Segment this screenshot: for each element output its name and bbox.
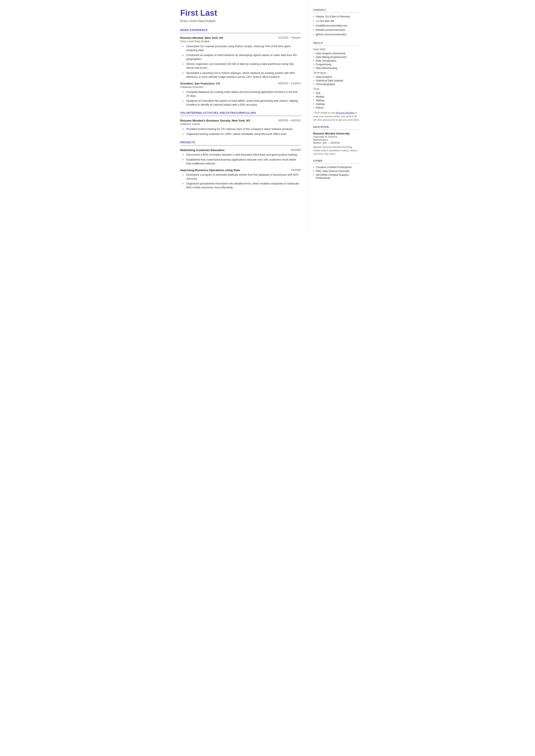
project-2-bullet-1: Developed a program to eliminate duplica… — [183, 173, 301, 181]
tool-minitab: Minitab — [313, 95, 360, 98]
project-2-bullet-2: Organized spreadsheet information into d… — [183, 182, 301, 189]
contact-list: Atlanta, GA (Open to Remote) +1-234-456-… — [313, 15, 360, 37]
tool-python: Python — [313, 106, 360, 109]
education-section: EDUCATION Resume Worded University Assoc… — [313, 126, 360, 155]
job-1-bullet-4: Developed a reporting tool in Python (Dj… — [183, 71, 301, 79]
edu-location-date: Boston, MA — 05/2010 — [313, 141, 360, 144]
job-1-bullet-2: Conducted an analysis of client behavior… — [183, 53, 301, 61]
volunteer-1-role: Software Trainer — [180, 123, 301, 126]
job-2-header: Growthsi, San Francisco, CA 06/2010 – 12… — [180, 82, 301, 85]
job-title: Entry Level Data Analyst — [180, 19, 301, 23]
project-1: Rethinking Customer Education 05/2009 Di… — [180, 149, 301, 165]
volunteer-1-company: Resume Worded's Business Society, New Yo… — [180, 119, 251, 122]
skill-data-visualization: Data Visualization — [313, 59, 360, 62]
resume-page: First Last Entry Level Data Analyst WORK… — [171, 0, 365, 237]
edu-awards: Awards: Resume Worded Teaching Fellow (o… — [313, 145, 360, 155]
project-1-bullet-1: Discovered a 90% correlation between a w… — [183, 153, 301, 157]
job-2: Growthsi, San Francisco, CA 06/2010 – 12… — [180, 82, 301, 107]
skill-programming: Programming — [313, 63, 360, 66]
project-1-title: Rethinking Customer Education — [180, 149, 225, 152]
other-item-3: INFORMS Certified Analytics Professional… — [313, 174, 360, 180]
job-1-bullet-3: Stored, organized, and examined 100 GB o… — [183, 62, 301, 70]
contact-divider — [313, 13, 360, 13]
job-1-company: Resume Worded, New York, NY — [180, 36, 223, 40]
hard-skills-list: Data Analysis (Advanced) Data Mining (Ex… — [313, 52, 360, 70]
volunteer-1-bullets: Provided product training for 70+ intern… — [180, 127, 301, 136]
project-2: Improving Business Operations using Data… — [180, 169, 301, 190]
edu-field: Mathematics — [313, 138, 360, 141]
job-2-company: Growthsi, San Francisco, CA — [180, 82, 220, 85]
tool-tableau: Tableau — [313, 99, 360, 102]
education-label: EDUCATION — [313, 126, 360, 128]
name: First Last — [180, 9, 301, 18]
job-2-bullets: Compiled database by creating index tabl… — [180, 90, 301, 107]
technique-chromatography: Chromatography — [313, 83, 360, 86]
other-label: OTHER — [313, 159, 360, 162]
projects-label: PROJECTS — [180, 141, 301, 144]
tool-hadoop: Hadoop — [313, 102, 360, 106]
contact-item-5: github.com/resumeworded — [313, 33, 360, 37]
education-divider — [313, 129, 360, 130]
techniques-list: Data Analytics Statistical Data Analysis… — [313, 75, 360, 86]
job-1-role: Entry Level Data Analyst — [180, 40, 301, 43]
volunteering-divider — [180, 116, 301, 116]
tool-sql: SQL — [313, 92, 360, 95]
volunteer-1-dates: 06/2009 – 04/2010 — [278, 119, 300, 122]
left-column: First Last Entry Level Data Analyst WORK… — [171, 0, 309, 237]
other-item-1: Cloudera Certified Professional — [313, 166, 360, 169]
project-2-header: Improving Business Operations using Data… — [180, 169, 301, 172]
job-1-header: Resume Worded, New York, NY 01/2015 – Pr… — [180, 36, 301, 40]
edu-school: Resume Worded University — [313, 132, 360, 135]
hard-skills-label: Hard Skills: — [313, 48, 360, 51]
edu-degree: Associate of Science — [313, 135, 360, 138]
skills-section: SKILLS Hard Skills: Data Analysis (Advan… — [313, 42, 360, 122]
technique-data-analytics: Data Analytics — [313, 75, 360, 78]
job-2-bullet-2: Designed an innovative file system to tr… — [183, 99, 301, 107]
contact-label: CONTACT — [313, 9, 360, 11]
contact-item-1: Atlanta, GA (Open to Remote) — [313, 15, 360, 18]
resume-worded-note: • Don't forget to use Resume Worded to s… — [313, 111, 360, 122]
techniques-label: Techniques: — [313, 71, 360, 74]
skill-data-warehousing: Data Warehousing — [313, 67, 360, 70]
other-list: Cloudera Certified Professional EMC Data… — [313, 166, 360, 180]
project-1-header: Rethinking Customer Education 05/2009 — [180, 149, 301, 152]
contact-section: CONTACT Atlanta, GA (Open to Remote) +1-… — [313, 9, 360, 37]
project-2-title: Improving Business Operations using Data — [180, 169, 240, 172]
project-1-bullets: Discovered a 90% correlation between a w… — [180, 153, 301, 165]
skill-data-mining: Data Mining (Experienced) — [313, 56, 360, 59]
job-2-bullet-1: Compiled database by creating index tabl… — [183, 90, 301, 98]
project-2-date: 04/2009 — [291, 169, 300, 172]
job-1-dates: 01/2015 – Present — [279, 36, 300, 39]
volunteer-1-bullet-2: Organized training materials for 1300+ c… — [183, 132, 301, 136]
tools-list: SQL Minitab Tableau Hadoop Python — [313, 92, 360, 109]
technique-statistical-data-analysis: Statistical Data Analysis — [313, 79, 360, 82]
skill-data-analysis: Data Analysis (Advanced) — [313, 52, 360, 55]
job-1: Resume Worded, New York, NY 01/2015 – Pr… — [180, 36, 301, 79]
volunteer-1-header: Resume Worded's Business Society, New Yo… — [180, 119, 301, 122]
skills-divider — [313, 45, 360, 46]
job-1-bullet-1: Automated 10+ manual processes using Pyt… — [183, 44, 301, 52]
volunteering-label: VOLUNTEERING ACTIVITIES AND EXTRACURRICU… — [180, 111, 301, 114]
projects-divider — [180, 145, 301, 146]
contact-item-4: linkedin.com/in/username — [313, 28, 360, 32]
right-column: CONTACT Atlanta, GA (Open to Remote) +1-… — [309, 0, 365, 237]
work-divider — [180, 33, 301, 33]
contact-item-2: +1-234-456-789 — [313, 19, 360, 23]
job-1-bullets: Automated 10+ manual processes using Pyt… — [180, 44, 301, 79]
volunteer-1-bullet-1: Provided product training for 70+ intern… — [183, 127, 301, 131]
tools-label: Tools: — [313, 88, 360, 91]
contact-item-3: email@resumeworded.com — [313, 24, 360, 28]
skills-label: SKILLS — [313, 42, 360, 44]
other-divider — [313, 163, 360, 164]
work-experience-label: WORK EXPERIENCE — [180, 29, 301, 32]
project-2-bullets: Developed a program to eliminate duplica… — [180, 173, 301, 190]
other-section: OTHER Cloudera Certified Professional EM… — [313, 159, 360, 180]
job-2-role: Database Assistant — [180, 86, 301, 89]
other-item-2: EMC Data Science Associate. — [313, 170, 360, 173]
volunteer-1: Resume Worded's Business Society, New Yo… — [180, 119, 301, 136]
project-1-date: 05/2009 — [291, 149, 300, 152]
resume-worded-link[interactable]: Resume Worded — [336, 111, 354, 114]
project-1-bullet-2: Established that customized business app… — [183, 158, 301, 165]
job-2-dates: 06/2010 – 12/2014 — [278, 82, 300, 85]
